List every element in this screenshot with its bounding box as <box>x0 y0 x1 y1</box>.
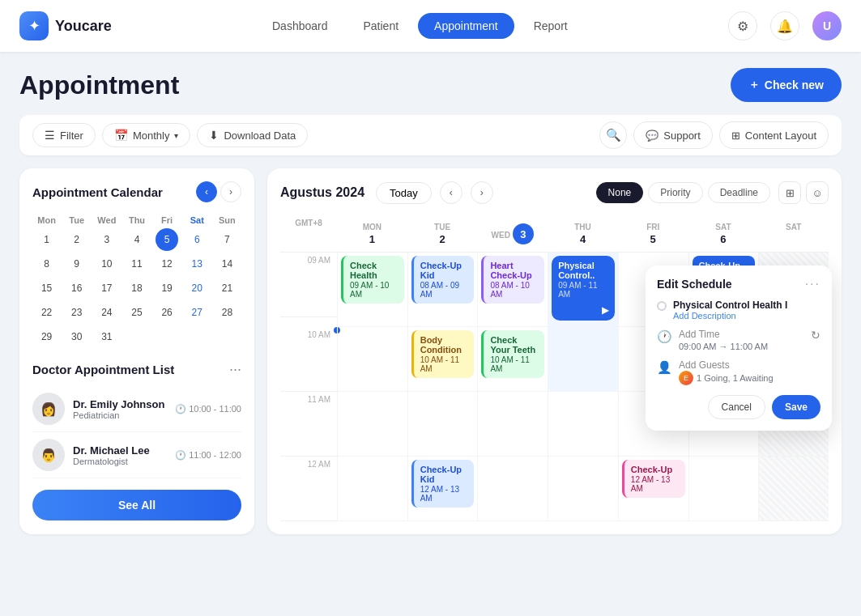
calendar-day-cell[interactable]: 30 <box>66 325 88 348</box>
calendar-day-cell[interactable]: 31 <box>96 325 118 348</box>
day-headers: Mon Tue Wed Thu Fri Sat Sun <box>32 212 241 228</box>
calendar-day-cell[interactable]: 2 <box>66 228 88 251</box>
nav-report[interactable]: Report <box>518 13 584 39</box>
calendar-day-cell[interactable]: 24 <box>96 301 118 324</box>
today-button[interactable]: Today <box>376 182 432 204</box>
search-button[interactable]: 🔍 <box>599 121 627 149</box>
event-time: 08 AM - 09 AM <box>420 281 468 299</box>
calendar-day-cell[interactable]: 3 <box>96 228 118 251</box>
col-day-num-mon1: 1 <box>340 233 404 245</box>
calendar-day-cell[interactable]: 11 <box>126 253 148 275</box>
day-header-wed: Wed <box>92 212 121 228</box>
day-header-thu: Thu <box>122 212 151 228</box>
calendar-day-cell[interactable]: 19 <box>156 277 178 300</box>
calendar-day-cell[interactable]: 12 <box>156 253 178 275</box>
calendar-day-cell[interactable]: 26 <box>156 301 178 324</box>
content-layout-button[interactable]: ⊞ Content Layout <box>719 121 829 149</box>
col-day-name-fri5: FRI <box>646 223 659 232</box>
calendar-day-cell[interactable]: 13 <box>185 253 208 275</box>
cell-tue-09: Check-Up Kid 08 AM - 09 AM <box>407 253 478 327</box>
calendar-day-cell[interactable]: 6 <box>185 228 208 251</box>
popup-add-description[interactable]: Add Description <box>673 311 787 321</box>
check-new-button[interactable]: ＋ Check new <box>731 68 842 102</box>
event-checkup-kid-12[interactable]: Check-Up Kid 12 AM - 13 AM <box>411 460 475 508</box>
calendar-day-cell[interactable]: 14 <box>215 253 238 275</box>
calendar-days: 1234567891011121314151617181920212223242… <box>32 228 241 348</box>
calendar-day-cell[interactable]: 4 <box>126 228 148 251</box>
calendar-day-cell[interactable]: 18 <box>126 277 148 300</box>
support-label: Support <box>663 130 701 142</box>
calendar-day-cell[interactable]: 10 <box>96 253 118 275</box>
notifications-button[interactable]: 🔔 <box>770 11 799 40</box>
calendar-day-cell[interactable]: 17 <box>96 277 118 300</box>
check-new-label: Check new <box>765 79 824 91</box>
see-all-button[interactable]: See All <box>32 490 241 520</box>
calendar-day-cell[interactable]: 23 <box>66 301 88 324</box>
repeat-icon[interactable]: ↻ <box>811 329 821 342</box>
cal-prev-button[interactable]: ‹ <box>440 181 462 204</box>
nav-appointment[interactable]: Appointment <box>418 13 514 39</box>
calendar-day-cell[interactable]: 29 <box>36 325 58 348</box>
popup-save-button[interactable]: Save <box>772 395 821 419</box>
popup-time-row: 🕐 Add Time 09:00 AM → 11:00 AM ↻ <box>657 329 821 351</box>
doctor-list-header: Doctor Appointment List ··· <box>32 361 241 378</box>
event-physical-control[interactable]: Physical Control.. 09 AM - 11 AM ▶ <box>552 256 615 321</box>
cell-mon-12 <box>337 457 407 521</box>
popup-more-button[interactable]: ··· <box>805 277 821 291</box>
prev-month-button[interactable]: ‹ <box>196 181 217 202</box>
calendar-day-cell[interactable]: 27 <box>185 301 208 324</box>
calendar-day-cell[interactable]: 25 <box>126 301 148 324</box>
calendar-day-cell[interactable]: 16 <box>66 277 88 300</box>
support-icon: 💬 <box>646 130 659 142</box>
event-checkup-fri-12[interactable]: Check-Up 12 AM - 13 AM <box>622 460 685 498</box>
filter-button[interactable]: ☰ Filter <box>32 123 96 147</box>
popup-radio[interactable] <box>657 301 667 311</box>
calendar-day-cell[interactable]: 8 <box>36 253 58 275</box>
popup-cancel-button[interactable]: Cancel <box>708 395 765 419</box>
download-button[interactable]: ⬇ Download Data <box>197 123 308 147</box>
event-checkup-kid-tue[interactable]: Check-Up Kid 08 AM - 09 AM <box>411 256 475 304</box>
nav-patient[interactable]: Patient <box>347 13 415 39</box>
nav-dashboard[interactable]: Dashboard <box>256 13 344 39</box>
support-button[interactable]: 💬 Support <box>633 121 713 149</box>
calendar-day-cell[interactable]: 1 <box>36 228 58 251</box>
col-header-sat7: SAT <box>758 215 829 253</box>
col-day-name-mon1: MON <box>363 223 381 232</box>
event-time: 12 AM - 13 AM <box>631 475 679 493</box>
doctor-list-more-button[interactable]: ··· <box>229 361 241 378</box>
list-view-button[interactable]: ☺ <box>806 181 829 204</box>
avatar[interactable]: U <box>812 11 842 40</box>
calendar-day-cell[interactable]: 22 <box>36 301 58 324</box>
doctor-name-2: Dr. Michael Lee <box>73 444 167 457</box>
cell-wed-10: Check Your Teeth 10 AM - 11 AM <box>477 327 548 392</box>
logo-icon: ✦ <box>19 11 49 40</box>
time-label-11am: 11 AM <box>280 392 337 457</box>
calendar-day-cell[interactable]: 20 <box>185 277 208 300</box>
calendar-icon: 📅 <box>114 129 128 142</box>
doctor-avatar-1: 👩 <box>32 393 65 425</box>
calendar-day-cell[interactable]: 15 <box>36 277 58 300</box>
cal-next-button[interactable]: › <box>471 181 493 204</box>
grid-view-button[interactable]: ⊞ <box>778 181 801 204</box>
col-day-num-tue2: 2 <box>411 233 475 245</box>
col-day-name-thu4: THU <box>574 223 591 232</box>
event-body-condition[interactable]: Body Condition 10 AM - 11 AM <box>411 330 475 378</box>
event-heart-checkup[interactable]: Heart Check-Up 08 AM - 10 AM <box>481 256 544 304</box>
calendar-day-cell[interactable]: 28 <box>215 301 238 324</box>
settings-button[interactable]: ⚙ <box>728 11 757 40</box>
event-time: 12 AM - 13 AM <box>420 485 468 503</box>
calendar-day-cell[interactable]: 21 <box>215 277 238 300</box>
event-check-your-teeth[interactable]: Check Your Teeth 10 AM - 11 AM <box>481 330 544 378</box>
calendar-day-cell[interactable]: 5 <box>156 228 178 251</box>
monthly-button[interactable]: 📅 Monthly ▾ <box>102 123 191 147</box>
toolbar-right: 🔍 💬 Support ⊞ Content Layout <box>599 121 829 149</box>
filter-none[interactable]: None <box>596 182 644 203</box>
filter-priority[interactable]: Priority <box>648 182 702 203</box>
calendar-day-cell[interactable]: 9 <box>66 253 88 275</box>
filter-deadline[interactable]: Deadline <box>708 182 770 203</box>
next-month-button[interactable]: › <box>220 181 241 202</box>
popup-time-value: 09:00 AM → 11:00 AM <box>679 342 768 351</box>
event-check-health[interactable]: Check Health 09 AM - 10 AM <box>341 256 404 304</box>
event-time: 09 AM - 10 AM <box>350 281 398 299</box>
calendar-day-cell[interactable]: 7 <box>215 228 238 251</box>
